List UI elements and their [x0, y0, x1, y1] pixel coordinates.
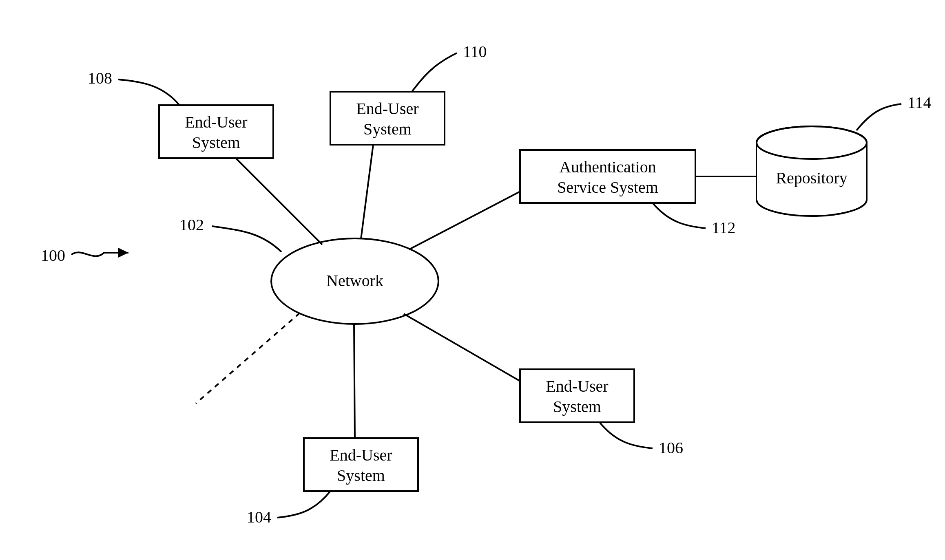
ref-114-label: 114	[907, 93, 932, 112]
eus-110-line1: End-User	[356, 99, 418, 118]
ref-110-label: 110	[463, 42, 487, 61]
repo-label: Repository	[776, 169, 848, 187]
ref-106-label: 106	[659, 439, 683, 457]
network-diagram: 100 Network 102 End-User System 108 End-…	[0, 0, 945, 560]
eus-110-line2: System	[363, 120, 412, 138]
eus-104-line2: System	[337, 466, 385, 485]
network-label: Network	[326, 271, 383, 290]
ref-arrow-100: 100	[41, 246, 128, 265]
ref-100-label: 100	[41, 246, 65, 265]
eus-106-line1: End-User	[546, 377, 608, 395]
eus-104-line1: End-User	[330, 446, 392, 464]
connector-110	[361, 145, 373, 239]
auth-service-box: Authentication Service System 112	[520, 150, 736, 237]
svg-marker-0	[118, 248, 128, 258]
eus-106-line2: System	[553, 397, 601, 416]
ref-102-leader: 102	[179, 216, 281, 252]
connector-106	[404, 314, 520, 381]
ref-104-label: 104	[247, 508, 271, 526]
ref-108-label: 108	[88, 69, 112, 87]
end-user-box-106: End-User System 106	[520, 369, 683, 457]
auth-line2: Service System	[557, 178, 658, 196]
connector-dashed	[196, 313, 300, 403]
eus-108-line1: End-User	[185, 113, 247, 131]
auth-line1: Authentication	[559, 158, 656, 176]
repository-cylinder: Repository 114	[757, 93, 932, 216]
end-user-box-104: End-User System 104	[247, 438, 418, 526]
eus-108-line2: System	[192, 133, 240, 152]
connector-112	[409, 192, 520, 249]
ref-102-label: 102	[179, 216, 204, 234]
network-node: Network	[271, 238, 438, 324]
connector-108	[236, 158, 322, 245]
end-user-box-110: End-User System 110	[330, 42, 487, 145]
connector-104	[354, 324, 355, 438]
end-user-box-108: End-User System 108	[88, 69, 273, 158]
ref-112-label: 112	[712, 218, 736, 237]
